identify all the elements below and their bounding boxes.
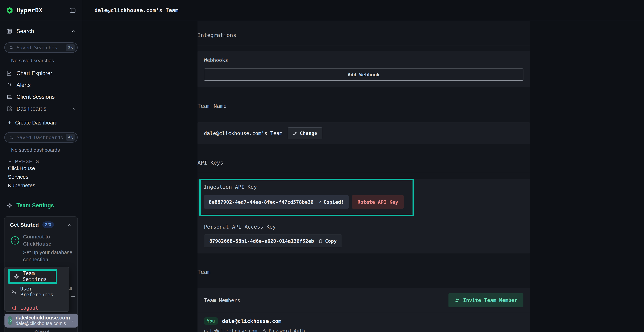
team-settings-label: Team Settings [16, 202, 54, 209]
settings-content: Integrations Webhooks Add Webhook Team N… [82, 21, 644, 332]
menu-item-label: User Preferences [20, 286, 62, 298]
user-gear-icon [11, 289, 17, 294]
sidebar-item-client-sessions[interactable]: Client Sessions [0, 91, 82, 103]
shortcut-badge: ⌘K [66, 134, 75, 140]
preset-label: Services [8, 174, 28, 180]
team-name-heading: Team Name [198, 103, 530, 109]
task-arrow-icon: → [70, 292, 76, 299]
team-member-row: You dale@clickhouse.com dale@clickhouse.… [198, 313, 530, 332]
api-keys-heading: API Keys [198, 160, 530, 166]
chevron-down-icon [8, 159, 12, 164]
user-plus-icon [454, 298, 460, 303]
menu-item-team-settings[interactable]: Team Settings [10, 271, 56, 282]
menu-divider [11, 300, 56, 300]
account-menu-popup: Team Settings User Preferences [4, 267, 70, 312]
chevron-right-icon [70, 318, 75, 323]
copy-button-label: Copy [325, 238, 337, 244]
presets-label: PRESETS [15, 159, 39, 164]
hyperdx-logo-icon [6, 7, 13, 14]
user-email: dale@clickhouse.com [16, 315, 70, 321]
personal-api-key-label: Personal API Access Key [204, 224, 524, 230]
team-name-card: dale@clickhouse.com's Team Change [198, 122, 530, 144]
personal-api-key-chip[interactable]: 87982668-58b1-4d6e-a620-014a136f52eb Cop… [204, 234, 342, 248]
menu-item-user-preferences[interactable]: User Preferences [5, 286, 69, 297]
personal-api-key-value: 87982668-58b1-4d6e-a620-014a136f52eb [209, 238, 314, 244]
add-webhook-button[interactable]: Add Webhook [204, 68, 524, 81]
sidebar-item-search[interactable]: Search [0, 27, 82, 35]
preset-kubernetes[interactable]: Kubernetes [0, 181, 82, 190]
sidebar-item-label: Chart Explorer [16, 70, 52, 76]
presets-toggle[interactable]: PRESETS [8, 159, 82, 164]
section-divider [198, 45, 530, 46]
search-section-icon [6, 28, 12, 34]
change-team-name-button[interactable]: Change [288, 127, 322, 139]
search-icon [9, 135, 14, 140]
gear-icon [14, 274, 19, 279]
user-account-chip[interactable]: D dale@clickhouse.com dale@clickhouse.co… [4, 314, 78, 328]
dashboards-icon [6, 106, 12, 112]
menu-item-logout[interactable]: Logout [5, 302, 69, 314]
saved-searches-input[interactable]: ⌘K [4, 42, 78, 53]
task-partial-text: Cloud [34, 329, 50, 332]
saved-searches-field[interactable] [17, 45, 66, 50]
sidebar-item-label: Client Sessions [16, 94, 55, 100]
webhooks-card: Webhooks Add Webhook [198, 51, 530, 87]
ingestion-api-key-chip[interactable]: 8e887902-4ed7-44ea-8fec-f47cd578be36 ✓ C… [204, 195, 349, 208]
annotation-box-ingestion-key: Ingestion API Key 8e887902-4ed7-44ea-8fe… [199, 179, 414, 216]
get-started-header[interactable]: Get Started 2/3 [4, 217, 78, 230]
preset-label: ClickHouse [8, 165, 35, 171]
main-area: dale@clickhouse.com's Team Integrations … [82, 0, 644, 332]
sidebar-item-label: Alerts [16, 82, 30, 88]
chevron-up-icon[interactable] [71, 29, 76, 34]
task-title: Connect to [23, 233, 72, 240]
sidebar-collapse-icon[interactable] [70, 7, 76, 14]
auth-method-label: Password Auth [268, 328, 305, 332]
sidebar-item-alerts[interactable]: Alerts [0, 79, 82, 91]
saved-dashboards-field[interactable] [17, 135, 66, 140]
shortcut-badge: ⌘K [66, 44, 75, 51]
preset-services[interactable]: Services [0, 172, 82, 181]
saved-dashboards-input[interactable]: ⌘K [4, 132, 78, 142]
chevron-up-icon[interactable] [67, 222, 72, 227]
task-subtitle: Set up your database [23, 249, 72, 256]
annotation-box-team-settings: Team Settings [8, 269, 57, 284]
create-dashboard-label: Create Dashboard [15, 120, 58, 126]
page-title: dale@clickhouse.com's Team [94, 7, 178, 14]
section-divider [198, 282, 530, 282]
check-circle-icon: ✓ [11, 236, 19, 244]
task-title: ClickHouse [23, 240, 72, 248]
ingestion-api-key-label: Ingestion API Key [204, 184, 408, 190]
check-icon: ✓ [318, 199, 321, 205]
sidebar-item-dashboards[interactable]: Dashboards [0, 103, 82, 115]
rotate-api-key-button[interactable]: Rotate API Key [352, 195, 404, 208]
team-name-value: dale@clickhouse.com's Team [204, 130, 282, 136]
page-header: dale@clickhouse.com's Team [82, 0, 644, 21]
app-window: HyperDX Search ⌘ [0, 0, 644, 332]
gear-icon [6, 203, 12, 208]
member-email: dale@clickhouse.com [204, 328, 257, 332]
clipboard-icon [318, 238, 323, 243]
create-dashboard-button[interactable]: + Create Dashboard [0, 117, 82, 128]
get-started-title: Get Started [10, 222, 39, 228]
logo-row: HyperDX [0, 0, 82, 21]
avatar: D [8, 316, 12, 326]
invite-team-member-button[interactable]: Invite Team Member [448, 293, 524, 307]
no-saved-searches-text: No saved searches [11, 58, 82, 64]
plus-icon: + [8, 120, 11, 126]
task-subtitle: connection [23, 256, 72, 263]
integrations-heading: Integrations [198, 32, 530, 38]
pencil-icon [293, 131, 297, 136]
sidebar-item-label: Search [16, 28, 34, 34]
chart-icon [6, 70, 12, 76]
chevron-up-icon[interactable] [71, 106, 76, 111]
sidebar-item-chart-explorer[interactable]: Chart Explorer [0, 68, 82, 79]
you-badge: You [204, 317, 218, 325]
task-connect-clickhouse[interactable]: ✓ Connect to ClickHouse Set up your data… [4, 233, 78, 263]
menu-item-label: Team Settings [23, 270, 52, 282]
sidebar-item-team-settings[interactable]: Team Settings [0, 202, 82, 210]
sidebar: HyperDX Search ⌘ [0, 0, 82, 332]
preset-clickhouse[interactable]: ClickHouse [0, 164, 82, 172]
sidebar-item-label: Dashboards [16, 106, 46, 112]
team-members-card: Team Members Invite Team Member [198, 288, 530, 332]
webhooks-label: Webhooks [204, 57, 524, 63]
